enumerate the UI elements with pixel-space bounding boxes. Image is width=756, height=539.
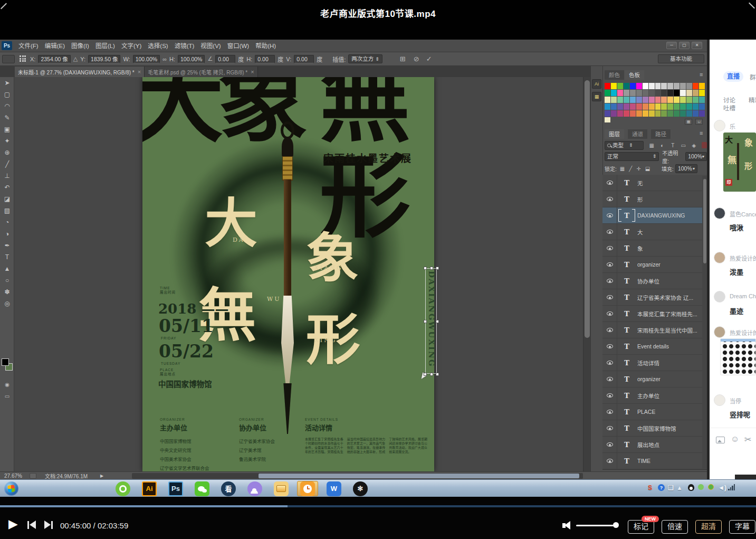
swatch[interactable]: [617, 90, 623, 96]
security-tray-icon[interactable]: [708, 484, 714, 490]
layer-row[interactable]: T主办单位: [602, 387, 707, 404]
close-button[interactable]: ✕: [692, 42, 702, 49]
swatch[interactable]: [636, 97, 642, 103]
blend-mode-select[interactable]: 正常⇕: [605, 152, 659, 161]
swatch[interactable]: [674, 83, 680, 89]
subtitle-button[interactable]: 字幕: [729, 520, 755, 534]
visibility-toggle[interactable]: [602, 338, 617, 355]
dodge-tool[interactable]: ◑: [0, 228, 14, 240]
taskbar-app-file-manager[interactable]: [271, 481, 292, 496]
photoshop-logo-icon[interactable]: Ps: [2, 41, 12, 50]
swatch[interactable]: [661, 103, 667, 110]
tab-tucao[interactable]: 吐槽: [723, 103, 735, 112]
volume-slider[interactable]: [576, 525, 616, 526]
swatch[interactable]: [649, 110, 655, 117]
swatch[interactable]: [655, 97, 661, 103]
swatch[interactable]: [611, 110, 617, 117]
eraser-tool[interactable]: ◪: [0, 193, 14, 205]
visibility-toggle[interactable]: [602, 355, 617, 371]
swatch[interactable]: [667, 90, 673, 96]
swatch[interactable]: [680, 103, 686, 110]
transform-handle[interactable]: [424, 267, 427, 270]
swatch[interactable]: [680, 83, 686, 89]
swatch[interactable]: [636, 103, 642, 110]
swatch[interactable]: [617, 97, 623, 103]
tab-swatches[interactable]: 色板: [625, 70, 644, 80]
chat-poster-thumbnail[interactable]: 大象無形印: [723, 133, 756, 192]
play-button[interactable]: ▶: [8, 517, 18, 531]
visibility-toggle[interactable]: [602, 257, 617, 273]
visibility-toggle[interactable]: [602, 437, 617, 453]
cancel-transform-icon[interactable]: ⊘: [414, 55, 419, 63]
horizontal-scrollbar[interactable]: [132, 473, 583, 479]
swatch[interactable]: [611, 90, 617, 96]
swatch[interactable]: [605, 90, 610, 96]
swatch[interactable]: [661, 83, 667, 89]
poster-document[interactable]: 大象 無形 宋雨桂水墨艺术展 大DA象XIANG無WU形XING TIME展出时…: [142, 77, 434, 471]
tab-channels[interactable]: 通道: [628, 129, 647, 139]
grid-panel-icon[interactable]: ▦: [592, 92, 601, 101]
x-field[interactable]: 2354.00 像: [38, 55, 70, 63]
smart-object-filter-icon[interactable]: ◈: [690, 143, 697, 148]
visibility-toggle[interactable]: [602, 371, 617, 387]
swatch[interactable]: [655, 90, 661, 96]
tab-layers[interactable]: 图层: [605, 129, 624, 139]
swatch[interactable]: [611, 97, 617, 103]
swatch[interactable]: [617, 110, 623, 117]
previous-button[interactable]: [27, 521, 36, 529]
swatch[interactable]: [693, 97, 698, 103]
avatar[interactable]: [714, 207, 725, 219]
relative-position-icon[interactable]: △: [73, 55, 78, 62]
visibility-toggle[interactable]: [602, 420, 617, 437]
zoom-percent[interactable]: 27.67%: [4, 473, 22, 479]
swatch[interactable]: [636, 90, 642, 96]
sogou-input-icon[interactable]: S: [648, 484, 652, 491]
shape-filter-icon[interactable]: ▭: [680, 143, 687, 148]
healing-brush-tool[interactable]: ⊕: [0, 147, 14, 158]
taskbar-app-illustrator[interactable]: Ai: [139, 481, 160, 496]
fill-field[interactable]: 100%▾: [675, 164, 697, 173]
avatar[interactable]: [714, 291, 725, 302]
taskbar-app-wechat[interactable]: [192, 481, 213, 496]
visibility-toggle[interactable]: [602, 289, 617, 306]
speed-button[interactable]: 倍速: [662, 520, 688, 534]
swatch[interactable]: [699, 90, 705, 96]
avatar[interactable]: [714, 394, 725, 406]
menu-item[interactable]: 视图(V): [197, 40, 224, 52]
h-field[interactable]: 100.00%: [178, 55, 205, 63]
swatch[interactable]: [686, 83, 692, 89]
interpolation-select[interactable]: 两次立方 ⇕: [348, 54, 382, 63]
gradient-tool[interactable]: ▧: [0, 205, 14, 216]
opacity-field[interactable]: 100%▾: [685, 152, 707, 161]
vertical-scrollbar-thumb[interactable]: [585, 80, 590, 338]
reference-point-widget[interactable]: [20, 55, 26, 62]
taskbar-app-kan-browser[interactable]: 看: [218, 481, 239, 496]
next-button[interactable]: [44, 521, 53, 529]
swatch[interactable]: [693, 110, 698, 117]
maximize-button[interactable]: ▢: [679, 42, 690, 49]
skew-v-field[interactable]: 0.00: [294, 55, 314, 63]
swatch[interactable]: [605, 83, 610, 89]
swatch[interactable]: [617, 103, 623, 110]
quality-button[interactable]: 超清: [695, 520, 722, 534]
canvas-area[interactable]: 大象 無形 宋雨桂水墨艺术展 大DA象XIANG無WU形XING TIME展出时…: [14, 77, 583, 471]
swatch[interactable]: [674, 103, 680, 110]
taskbar-app-clock-app[interactable]: [297, 481, 318, 496]
layer-row[interactable]: TDAXIANGWUXING: [602, 207, 707, 224]
emoji-icon[interactable]: ☺: [731, 434, 739, 444]
swatch[interactable]: [636, 110, 642, 117]
volume-icon[interactable]: [562, 521, 570, 529]
status-arrow-icon[interactable]: ▶: [100, 474, 103, 478]
menu-item[interactable]: 窗口(W): [224, 40, 253, 52]
marquee-tool[interactable]: ▢: [0, 89, 14, 100]
swatch[interactable]: [693, 103, 698, 110]
swatch[interactable]: [661, 90, 667, 96]
swatch[interactable]: [686, 103, 692, 110]
swatch[interactable]: [699, 97, 705, 103]
image-upload-icon[interactable]: [716, 437, 725, 443]
layer-row[interactable]: T活动详情: [602, 355, 707, 371]
vertical-scrollbar[interactable]: [583, 77, 590, 471]
layer-row[interactable]: T中国国家博物馆: [602, 420, 707, 437]
layer-row[interactable]: T大: [602, 224, 707, 240]
swatch[interactable]: [643, 103, 648, 110]
